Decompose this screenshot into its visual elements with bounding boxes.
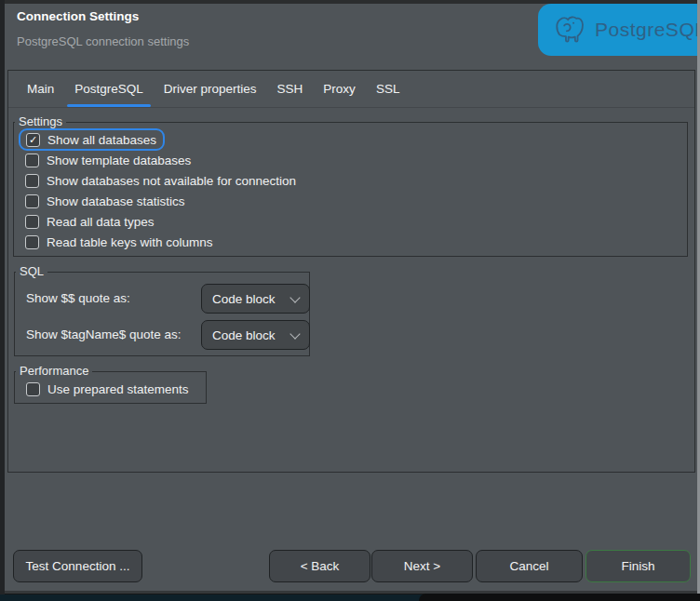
checkbox-row-show-database-statistics[interactable]: Show database statistics [14, 191, 687, 211]
cancel-button[interactable]: Cancel [476, 550, 583, 582]
checkbox-label: Show databases not available for connect… [47, 174, 296, 188]
dropdown-value: Code block [212, 292, 276, 306]
tagname-quote-dropdown[interactable]: Code block [201, 320, 310, 350]
checkbox-label: Show all databases [47, 133, 156, 147]
checkbox-row-show-all-databases[interactable]: ✓ Show all databases [19, 128, 165, 151]
dropdown-value: Code block [212, 328, 276, 342]
dollar-quote-dropdown[interactable]: Code block [201, 284, 310, 314]
checkbox-unchecked[interactable] [25, 235, 39, 249]
performance-group-legend: Performance [16, 364, 92, 378]
checkbox-unchecked[interactable] [25, 154, 39, 167]
checkbox-checked-icon[interactable]: ✓ [26, 133, 40, 147]
sql-group-legend: SQL [16, 264, 47, 278]
chevron-down-icon [289, 292, 300, 302]
tagname-quote-label: Show $tagName$ quote as: [26, 327, 182, 341]
settings-group-legend: Settings [15, 114, 66, 128]
performance-group: Performance Use prepared statements [14, 371, 207, 404]
sql-group: SQL Show $$ quote as: Code block Show $t… [14, 272, 310, 356]
tab-proxy[interactable]: Proxy [313, 71, 366, 107]
tab-bar: Main PostgreSQL Driver properties SSH Pr… [8, 71, 694, 108]
checkbox-label: Show database statistics [47, 194, 185, 208]
test-connection-button[interactable]: Test Connection ... [13, 550, 142, 582]
postgresql-logo-text: PostgreSQL [595, 19, 700, 41]
checkbox-unchecked[interactable] [25, 174, 39, 188]
postgresql-logo-badge: PostgreSQL [538, 4, 700, 56]
dollar-quote-label: Show $$ quote as: [26, 291, 130, 305]
checkbox-row-show-template-databases[interactable]: Show template databases [14, 150, 687, 170]
background-window-corner [419, 594, 700, 601]
checkbox-label: Use prepared statements [47, 382, 189, 396]
checkbox-row-use-prepared-statements[interactable]: Use prepared statements [15, 379, 206, 399]
settings-group: Settings ✓ Show all databases Show templ… [13, 122, 688, 257]
finish-button[interactable]: Finish [586, 550, 691, 582]
checkbox-row-read-table-keys[interactable]: Read table keys with columns [14, 232, 687, 252]
connection-settings-dialog: Connection Settings PostgreSQL connectio… [5, 0, 700, 594]
dialog-top-edge [5, 0, 700, 4]
checkbox-unchecked[interactable] [25, 194, 39, 208]
postgresql-elephant-icon [553, 13, 586, 47]
tab-ssl[interactable]: SSL [366, 71, 411, 107]
tab-main[interactable]: Main [17, 71, 64, 107]
checkbox-row-read-all-data-types[interactable]: Read all data types [14, 211, 687, 232]
checkbox-unchecked[interactable] [26, 382, 40, 396]
checkbox-row-show-databases-not-available[interactable]: Show databases not available for connect… [14, 170, 687, 191]
tab-driver-properties[interactable]: Driver properties [154, 71, 267, 107]
background-taskbar-strip [0, 594, 430, 601]
checkbox-label: Show template databases [47, 154, 191, 167]
page-title: Connection Settings [17, 9, 139, 23]
back-button[interactable]: < Back [269, 550, 370, 582]
checkbox-label: Read table keys with columns [47, 235, 213, 249]
dialog-bottom-edge [5, 591, 700, 594]
chevron-down-icon [289, 328, 300, 339]
checkbox-unchecked[interactable] [25, 215, 39, 229]
tab-ssh[interactable]: SSH [267, 71, 314, 107]
settings-checkbox-list: ✓ Show all databases Show template datab… [14, 123, 687, 252]
page-subtitle: PostgreSQL connection settings [17, 34, 189, 48]
checkbox-label: Read all data types [47, 215, 155, 229]
next-button[interactable]: Next > [371, 550, 473, 582]
tab-postgresql[interactable]: PostgreSQL [64, 71, 154, 107]
